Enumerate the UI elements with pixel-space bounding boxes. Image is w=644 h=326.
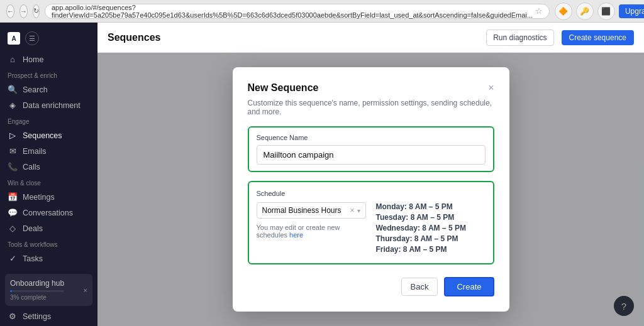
progress-bar-fill bbox=[10, 290, 12, 292]
sidebar: A ☰ ⌂ Home Prospect & enrich 🔍 Search ◈ … bbox=[0, 23, 97, 326]
schedule-day-monday: Monday: 8 AM – 5 PM bbox=[376, 202, 486, 211]
tasks-icon: ✓ bbox=[8, 254, 18, 263]
sidebar-bottom: Onboarding hub 3% complete × ⚙ Settings bbox=[0, 266, 97, 326]
conversations-icon: 💬 bbox=[8, 208, 18, 217]
sidebar-item-meetings[interactable]: 📅 Meetings bbox=[0, 189, 97, 205]
schedule-hint: You may edit or create new schedules her… bbox=[257, 224, 366, 239]
sidebar-item-search-label: Search bbox=[23, 85, 48, 94]
page-body: ▶ 1:05 🔊 ⛶ Create your first sequence Bu… bbox=[97, 53, 644, 326]
schedule-clear-icon[interactable]: × bbox=[350, 206, 354, 215]
sidebar-item-home-label: Home bbox=[23, 55, 43, 64]
modal-header: New Sequence × bbox=[248, 82, 494, 94]
schedule-days: Monday: 8 AM – 5 PM Tuesday: 8 AM – 5 PM… bbox=[376, 202, 486, 256]
bookmark-icon[interactable]: ☆ bbox=[535, 6, 543, 16]
sidebar-section-win: Win & close bbox=[0, 175, 97, 189]
sidebar-item-data-enrichment[interactable]: ◈ Data enrichment bbox=[0, 97, 97, 113]
page-title: Sequences bbox=[108, 32, 479, 43]
upgrade-button[interactable]: Upgrade bbox=[619, 4, 644, 18]
sequence-name-input[interactable] bbox=[257, 145, 486, 165]
settings-icon: ⚙ bbox=[8, 312, 18, 321]
schedule-section: Schedule Normal Business Hours × ▾ You m… bbox=[248, 181, 494, 264]
schedule-select-wrapper[interactable]: Normal Business Hours × ▾ bbox=[257, 202, 366, 219]
modal-title: New Sequence bbox=[248, 82, 319, 94]
sidebar-item-sequences[interactable]: ▷ Sequences bbox=[0, 128, 97, 143]
sidebar-item-calls-label: Calls bbox=[23, 163, 40, 171]
sequences-icon: ▷ bbox=[8, 131, 18, 140]
chevron-down-icon: ▾ bbox=[357, 207, 360, 214]
search-icon: 🔍 bbox=[8, 85, 18, 94]
schedule-day-tuesday: Tuesday: 8 AM – 5 PM bbox=[376, 213, 486, 222]
schedule-label: Schedule bbox=[257, 190, 486, 197]
top-bar: Sequences Run diagnostics Create sequenc… bbox=[97, 23, 644, 53]
modal-subtitle: Customize this sequence's name, permissi… bbox=[248, 99, 494, 116]
schedule-inner: Normal Business Hours × ▾ You may edit o… bbox=[257, 202, 486, 256]
sidebar-item-deals[interactable]: ◇ Deals bbox=[0, 220, 97, 236]
logo-icon: A bbox=[8, 32, 20, 45]
browser-action-buttons: 🔶 🔑 ⬛ Upgrade 🔔 📞 🔔 6 bbox=[555, 3, 644, 20]
sidebar-section-prospect: Prospect & enrich bbox=[0, 67, 97, 82]
sidebar-section-tools: Tools & workflows bbox=[0, 236, 97, 251]
progress-label: 3% complete bbox=[10, 294, 64, 301]
run-diagnostics-button[interactable]: Run diagnostics bbox=[486, 30, 553, 46]
sidebar-item-conversations-label: Conversations bbox=[23, 209, 73, 217]
browser-chrome: ← → ↻ app.apollo.io/#/sequences?finderVi… bbox=[0, 0, 644, 23]
forward-nav-button[interactable]: → bbox=[19, 4, 28, 18]
sequence-name-label: Sequence Name bbox=[257, 134, 486, 141]
modal-close-button[interactable]: × bbox=[488, 83, 494, 93]
schedule-left: Normal Business Hours × ▾ You may edit o… bbox=[257, 202, 366, 256]
sidebar-logo: A ☰ bbox=[0, 28, 97, 52]
schedule-day-wednesday: Wednesday: 8 AM – 5 PM bbox=[376, 224, 486, 232]
onboarding-label: Onboarding hub bbox=[10, 279, 64, 288]
sidebar-item-conversations[interactable]: 💬 Conversations bbox=[0, 205, 97, 220]
sidebar-item-settings[interactable]: ⚙ Settings bbox=[0, 308, 97, 324]
schedule-day-thursday: Thursday: 8 AM – 5 PM bbox=[376, 234, 486, 243]
enrichment-icon: ◈ bbox=[8, 101, 18, 110]
schedule-option-text: Normal Business Hours bbox=[262, 206, 350, 215]
onboarding-close-button[interactable]: × bbox=[84, 286, 87, 294]
sidebar-item-emails-label: Emails bbox=[23, 147, 47, 156]
schedule-hint-link[interactable]: here bbox=[289, 231, 303, 239]
sidebar-item-settings-label: Settings bbox=[23, 312, 51, 321]
new-sequence-modal: New Sequence × Customize this sequence's… bbox=[233, 67, 509, 312]
main-content: Sequences Run diagnostics Create sequenc… bbox=[97, 23, 644, 326]
sidebar-toggle[interactable]: ☰ bbox=[25, 31, 39, 45]
sequence-name-section: Sequence Name bbox=[248, 126, 494, 172]
url-bar[interactable]: app.apollo.io/#/sequences?finderViewId=5… bbox=[45, 4, 550, 19]
sidebar-item-meetings-label: Meetings bbox=[23, 193, 55, 202]
calls-icon: 📞 bbox=[8, 162, 18, 171]
extension-btn-2[interactable]: 🔑 bbox=[576, 3, 594, 20]
create-button[interactable]: Create bbox=[444, 277, 494, 296]
app-container: A ☰ ⌂ Home Prospect & enrich 🔍 Search ◈ … bbox=[0, 23, 644, 326]
sidebar-item-sequences-label: Sequences bbox=[23, 131, 62, 140]
meetings-icon: 📅 bbox=[8, 192, 18, 202]
extension-btn-1[interactable]: 🔶 bbox=[555, 3, 572, 20]
modal-footer: Back Create bbox=[248, 277, 494, 296]
onboarding-hub-box: Onboarding hub 3% complete × bbox=[5, 274, 92, 306]
reload-button[interactable]: ↻ bbox=[33, 4, 40, 18]
sidebar-item-enrichment-label: Data enrichment bbox=[23, 101, 80, 110]
emails-icon: ✉ bbox=[8, 146, 18, 156]
sidebar-item-deals-label: Deals bbox=[23, 224, 43, 233]
sidebar-item-home[interactable]: ⌂ Home bbox=[0, 52, 97, 67]
back-nav-button[interactable]: ← bbox=[6, 4, 14, 18]
sidebar-item-emails[interactable]: ✉ Emails bbox=[0, 143, 97, 159]
sidebar-item-calls[interactable]: 📞 Calls bbox=[0, 159, 97, 175]
sidebar-section-engage: Engage bbox=[0, 113, 97, 128]
extension-btn-3[interactable]: ⬛ bbox=[597, 3, 615, 20]
progress-bar-container bbox=[10, 290, 64, 292]
create-sequence-button[interactable]: Create sequence bbox=[562, 30, 634, 45]
url-text: app.apollo.io/#/sequences?finderViewId=5… bbox=[52, 4, 533, 19]
sidebar-item-search[interactable]: 🔍 Search bbox=[0, 82, 97, 97]
sidebar-item-tasks-label: Tasks bbox=[23, 254, 43, 263]
schedule-day-friday: Friday: 8 AM – 5 PM bbox=[376, 245, 486, 254]
back-button[interactable]: Back bbox=[401, 278, 438, 296]
home-icon: ⌂ bbox=[8, 55, 18, 64]
modal-overlay[interactable]: New Sequence × Customize this sequence's… bbox=[97, 53, 644, 326]
sidebar-item-tasks[interactable]: ✓ Tasks bbox=[0, 251, 97, 266]
deals-icon: ◇ bbox=[8, 224, 18, 233]
